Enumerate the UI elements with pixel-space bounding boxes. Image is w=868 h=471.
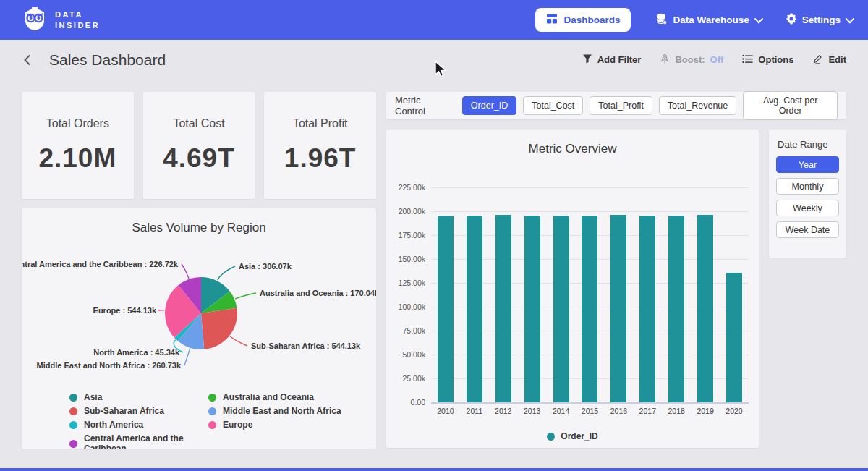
metric-control-label: Metric Control xyxy=(395,95,451,116)
legend-dot xyxy=(69,407,77,415)
legend-dot xyxy=(69,421,77,429)
owl-logo-icon xyxy=(22,7,48,34)
top-navbar: DATA INSIDER Dashboards xyxy=(0,0,868,40)
x-axis-label: 2018 xyxy=(662,407,691,415)
pie-label-connector xyxy=(218,266,235,280)
edit-button[interactable]: Edit xyxy=(812,54,846,67)
pie-legend-item[interactable]: Europe xyxy=(208,420,376,430)
edit-label: Edit xyxy=(828,54,846,65)
legend-label: Europe xyxy=(223,420,252,430)
y-axis-tick: 225.00k xyxy=(388,183,425,192)
date-range-title: Date Range xyxy=(778,139,839,150)
pie-chart-card: Sales Volume by Region Asia : 306.07kAus… xyxy=(22,208,376,449)
bar-2012[interactable] xyxy=(495,215,511,403)
x-axis-label: 2012 xyxy=(489,407,518,415)
add-filter-button[interactable]: Add Filter xyxy=(582,54,642,66)
date-range-weekly-button[interactable]: Weekly xyxy=(776,200,839,216)
metric-button-total-cost[interactable]: Total_Cost xyxy=(523,96,583,115)
legend-label: Asia xyxy=(84,392,102,402)
legend-label: Order_ID xyxy=(561,431,597,441)
legend-label: Central America and the Caribbean xyxy=(84,433,208,449)
metric-button-order-id[interactable]: Order_ID xyxy=(462,96,516,115)
pie-legend-item[interactable]: Central America and the Caribbean xyxy=(69,433,208,449)
database-icon xyxy=(655,13,668,27)
pie-legend-item[interactable]: North America xyxy=(69,420,208,430)
pie-legend-item[interactable]: Australia and Oceania xyxy=(208,392,376,402)
dashboards-grid-icon xyxy=(546,13,558,27)
bar-2010[interactable] xyxy=(438,216,454,402)
brand-line-1: DATA xyxy=(55,9,100,20)
metric-button-total-revenue[interactable]: Total_Revenue xyxy=(659,96,736,115)
y-axis-tick: 125.00k xyxy=(388,279,425,287)
gear-icon xyxy=(786,13,797,27)
settings-label: Settings xyxy=(802,14,841,25)
kpi-card-total-cost: Total Cost 4.69T xyxy=(143,92,255,199)
options-label: Options xyxy=(758,54,793,65)
bar-2011[interactable] xyxy=(467,216,482,402)
bar-2016[interactable] xyxy=(610,215,626,402)
pie-chart: Asia : 306.07kAustralia and Oceania : 17… xyxy=(22,246,376,388)
bar-2020[interactable] xyxy=(726,273,742,402)
chevron-down-icon xyxy=(754,14,763,24)
add-filter-label: Add Filter xyxy=(597,54,642,65)
bar-chart-legend[interactable]: Order_ID xyxy=(386,431,759,441)
bar-2015[interactable] xyxy=(582,216,597,402)
dashboards-button[interactable]: Dashboards xyxy=(535,8,631,32)
pie-slice-label: Sub-Saharan Africa : 544.13k xyxy=(251,341,361,350)
pie-slice-3[interactable] xyxy=(201,308,237,349)
x-axis-label: 2010 xyxy=(431,407,460,415)
pie-label-connector xyxy=(235,293,256,299)
pie-label-connector xyxy=(184,349,190,365)
date-range-year-button[interactable]: Year xyxy=(776,156,839,173)
legend-label: North America xyxy=(84,420,143,430)
pie-legend: Asia Australia and Oceania Sub-Saharan A… xyxy=(69,392,376,449)
pie-legend-item[interactable]: Sub-Saharan Africa xyxy=(69,406,208,416)
legend-label: Middle East and North Africa xyxy=(223,406,341,416)
date-range-week-date-button[interactable]: Week Date xyxy=(776,221,839,238)
legend-dot xyxy=(208,421,216,429)
boost-toggle[interactable]: Boost: Off xyxy=(660,54,723,67)
kpi-value: 1.96T xyxy=(284,143,357,174)
bar-2019[interactable] xyxy=(697,215,713,402)
pie-legend-item[interactable]: Middle East and North Africa xyxy=(208,406,376,416)
y-axis-tick: 175.00k xyxy=(388,231,425,239)
bar-2014[interactable] xyxy=(553,216,569,402)
page-title: Sales Dashboard xyxy=(49,51,166,69)
y-axis-tick: 200.00k xyxy=(388,207,425,216)
brand-line-2: INSIDER xyxy=(55,20,100,31)
bar-2013[interactable] xyxy=(524,216,540,402)
settings-menu[interactable]: Settings xyxy=(786,13,852,27)
x-axis-label: 2017 xyxy=(633,407,662,415)
pie-legend-item[interactable]: Asia xyxy=(69,392,208,402)
x-axis-label: 2013 xyxy=(518,407,547,415)
footer-accent-bar xyxy=(0,468,868,471)
list-options-icon xyxy=(742,54,753,66)
pie-label-connector xyxy=(182,264,189,279)
options-button[interactable]: Options xyxy=(742,54,793,66)
pie-slice-label: Europe : 544.13k xyxy=(93,306,157,315)
metric-control-bar: Metric Control Order_ID Total_Cost Total… xyxy=(386,92,846,119)
metric-button-total-profit[interactable]: Total_Profit xyxy=(590,96,652,115)
legend-dot xyxy=(69,394,77,402)
back-button[interactable] xyxy=(22,54,33,67)
title-bar: Sales Dashboard Add Filter Boost: Off xyxy=(0,40,868,80)
x-axis-label: 2015 xyxy=(576,407,605,415)
dashboards-label: Dashboards xyxy=(563,14,620,25)
legend-label: Australia and Oceania xyxy=(223,392,314,402)
pie-chart-title: Sales Volume by Region xyxy=(22,208,376,246)
kpi-label: Total Orders xyxy=(46,117,109,130)
metric-button-avg-cost[interactable]: Avg. Cost per Order xyxy=(743,91,838,120)
bar-2018[interactable] xyxy=(668,216,684,402)
legend-dot xyxy=(208,394,216,402)
y-axis-tick: 25.00k xyxy=(388,374,425,383)
x-axis-label: 2011 xyxy=(460,407,489,415)
brand-logo[interactable]: DATA INSIDER xyxy=(22,7,100,34)
kpi-card-total-profit: Total Profit 1.96T xyxy=(264,92,376,199)
date-range-monthly-button[interactable]: Monthly xyxy=(776,178,839,195)
bar-2017[interactable] xyxy=(639,216,655,402)
kpi-value: 4.69T xyxy=(163,143,235,174)
pie-label-connector xyxy=(230,336,247,346)
grid-line xyxy=(431,402,749,404)
pencil-icon xyxy=(812,54,823,67)
data-warehouse-menu[interactable]: Data Warehouse xyxy=(655,13,760,27)
